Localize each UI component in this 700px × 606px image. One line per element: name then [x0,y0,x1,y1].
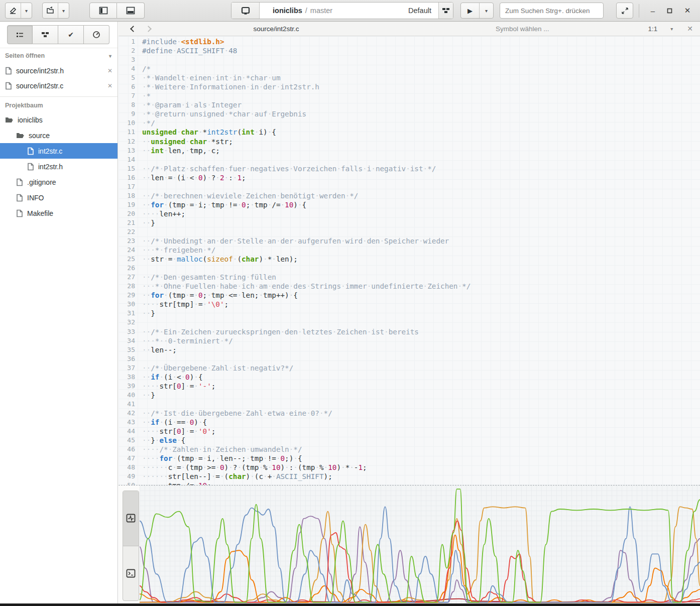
file-icon [5,82,12,90]
line-number: 6 [119,82,138,91]
fullscreen-button[interactable] [616,3,633,19]
line-number: 23 [119,236,138,246]
line-number: 28 [119,282,138,291]
line-number: 3 [119,55,138,64]
profiler-clock-icon [92,31,100,39]
line-number: 15 [119,164,138,173]
symbol-picker-button[interactable]: Symbol wählen ... [397,25,648,33]
code-line: 45··}·else·{ [119,436,700,445]
line-number: 38 [119,373,138,382]
line-number: 21 [119,218,138,227]
line-number: 22 [119,227,138,236]
nav-back-button[interactable] [126,27,141,31]
chevron-down-icon: ▾ [62,8,65,14]
tree-item-int2str-c[interactable]: int2str.c [0,143,118,159]
open-page-item[interactable]: source/int2str.c✕ [0,78,118,93]
open-document-icon [46,7,54,15]
code-line: 1#include·<stdlib.h> [119,37,700,46]
line-number: 17 [119,182,138,191]
tree-item--gitignore[interactable]: .gitignore [0,174,118,190]
line-number: 26 [119,264,138,273]
sidebar-tab-tests[interactable]: ✔ [58,25,84,44]
tree-item-int2str-h[interactable]: int2str.h [0,159,118,174]
cursor-position: 1:1 [648,25,657,33]
code-line: 6·*·Weitere·Informationen·in·der·int2str… [119,82,700,91]
tree-item-source[interactable]: source [0,128,118,143]
line-number: 32 [119,318,138,327]
line-number: 36 [119,354,138,363]
code-line: 22 [119,227,700,236]
sidebar-tab-build[interactable] [33,25,58,44]
panel-bottom-icon [126,7,135,15]
close-x-icon[interactable]: ✕ [102,67,118,74]
code-editor[interactable]: 1#include·<stdlib.h>2#define·ASCII_SHIFT… [119,36,700,485]
global-search-input[interactable] [500,3,604,19]
line-number: 45 [119,436,138,445]
line-number: 20 [119,209,138,218]
open-page-item[interactable]: source/int2str.h✕ [0,63,118,78]
line-number: 48 [119,463,138,472]
tree-item-label: int2str.c [38,147,62,155]
sidebar-tab-pages[interactable] [7,25,33,44]
code-line: 20····len++; [119,209,700,218]
file-icon [16,194,23,202]
project-tree-header-label: Projektbaum [5,102,43,109]
tab-cpu-graph[interactable] [123,491,139,546]
folder-open-icon [5,116,14,124]
code-line: 5·*·Wandelt·einen·int·in·*char·um [119,73,700,82]
editor-options-button[interactable]: ▾ [670,26,673,32]
run-button-group[interactable]: ▶ ▾ [460,3,494,19]
project-display-button[interactable] [231,3,260,19]
code-line: 28···*·Ohne·Fuellen·habe·ich·am·ende·des… [119,282,700,291]
cpu-series-purple [140,516,700,602]
window-close-button[interactable]: ✕ [679,3,696,19]
line-number: 33 [119,327,138,336]
line-number: 37 [119,363,138,373]
line-number: 14 [119,155,138,164]
chevron-down-icon: ▾ [485,8,488,14]
window-minimize-button[interactable]: – [644,3,661,19]
code-line: 18··/*·berechnen·wieviele·Zeichen·benöti… [119,191,700,200]
line-number: 39 [119,382,138,391]
open-page-label: source/int2str.c [16,82,102,90]
tree-item-label: .gitignore [27,178,56,186]
line-number: 4 [119,64,138,73]
tests-check-icon: ✔ [68,31,74,39]
nav-forward-button[interactable] [141,27,156,31]
code-line: 37··/*·Übergebene·Zahl·ist·negativ?*/ [119,363,700,373]
fullscreen-icon [621,7,629,15]
code-line: 34···*··0-terminiert·*/ [119,336,700,345]
line-number: 35 [119,345,138,354]
code-line: 30····str[tmp]·=·'\0'; [119,300,700,309]
open-pages-header[interactable]: Seiten öffnen ▾ [0,48,118,63]
tab-terminal[interactable] [123,546,139,601]
panel-left-icon [99,7,108,15]
tree-item-ioniclibs[interactable]: ioniclibs [0,112,118,128]
line-number: 12 [119,137,138,146]
close-x-icon[interactable]: ✕ [102,82,118,89]
line-number: 24 [119,246,138,255]
build-button[interactable] [438,3,453,19]
line-number: 29 [119,291,138,300]
line-number: 25 [119,255,138,264]
tree-item-makefile[interactable]: Makefile [0,205,118,221]
bottom-panel-tab-strip [123,491,139,601]
line-number: 16 [119,173,138,182]
terminal-icon [126,569,136,578]
code-line: 50······tmp·/=·10; [119,481,700,485]
chevron-back-icon [130,26,137,32]
sidebar-tab-profiler[interactable] [84,25,109,44]
line-number: 5 [119,73,138,82]
omnibar[interactable]: ioniclibs / master Default [231,2,453,19]
open-document-button[interactable]: ▾ [42,3,69,19]
editor-close-button[interactable]: ✕ [687,25,693,33]
code-line: 9·*·@return·unsigned·*char·auf·Ergebnis [119,109,700,118]
window-maximize-button[interactable] [661,3,678,19]
toggle-bottom-panel-button[interactable] [117,3,145,19]
toggle-left-panel-button[interactable] [89,3,117,19]
edit-mode-button[interactable]: ▾ [5,3,32,19]
code-line: 23··/*·Unbedingt·an·der·Stelle·an·der·au… [119,236,700,246]
tree-item-info[interactable]: INFO [0,190,118,205]
tree-item-label: ioniclibs [18,116,43,124]
toolbar-separator [639,4,639,18]
